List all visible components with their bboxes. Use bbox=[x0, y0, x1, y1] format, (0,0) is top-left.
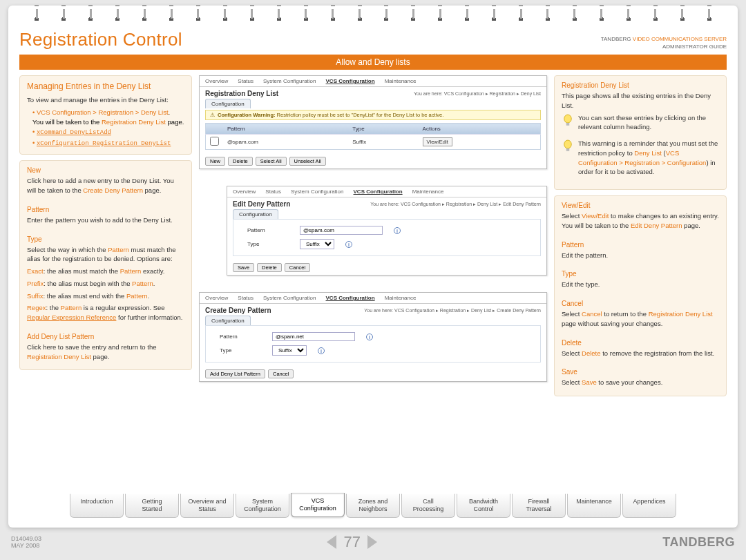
managing-panel: Managing Entries in the Deny List To vie… bbox=[19, 75, 192, 155]
page-title: Registration Control bbox=[19, 29, 182, 50]
view-edit-link[interactable]: View/Edit bbox=[423, 137, 452, 146]
create-type-select[interactable]: Suffix bbox=[272, 345, 307, 356]
delete-button[interactable]: Delete bbox=[257, 263, 282, 272]
bottom-tab[interactable]: Appendices bbox=[622, 494, 676, 518]
nav-path-deny-list[interactable]: VCS Configuration > Registration > Deny … bbox=[37, 108, 169, 116]
warning-icon: ⚠ bbox=[210, 112, 215, 118]
bottom-tab[interactable]: GettingStarted bbox=[125, 494, 179, 518]
svg-rect-1 bbox=[566, 123, 570, 126]
bottom-tab[interactable]: BandwidthControl bbox=[457, 494, 510, 518]
lightbulb-icon bbox=[562, 139, 574, 154]
table-row: @spam.com Suffix View/Edit bbox=[206, 135, 541, 150]
section-subtitle: Allow and Deny lists bbox=[19, 55, 727, 70]
link-xconfiguration[interactable]: xConfiguration Registration DenyList bbox=[37, 140, 171, 147]
svg-point-0 bbox=[564, 115, 572, 123]
bottom-tab[interactable]: SystemConfiguration bbox=[236, 494, 289, 518]
edit-type-select[interactable]: Suffix bbox=[300, 239, 334, 249]
col-actions[interactable]: Actions bbox=[419, 124, 541, 135]
create-pattern-input[interactable] bbox=[272, 332, 355, 341]
page-number-nav: 77 bbox=[327, 533, 376, 551]
lightbulb-icon bbox=[562, 113, 574, 128]
cancel-button[interactable]: Cancel bbox=[268, 369, 294, 378]
bottom-tab[interactable]: VCSConfiguration bbox=[291, 493, 345, 517]
svg-rect-3 bbox=[566, 148, 570, 151]
col-pattern[interactable]: Pattern bbox=[223, 124, 348, 135]
screenshot-edit-deny-pattern: OverviewStatusSystem Configuration VCS C… bbox=[227, 186, 547, 276]
brand-block: TANDBERG VIDEO COMMUNICATIONS SERVER ADM… bbox=[601, 35, 727, 50]
tab-configuration[interactable]: Configuration bbox=[205, 99, 251, 108]
row-checkbox[interactable] bbox=[210, 137, 219, 146]
cancel-button[interactable]: Cancel bbox=[285, 263, 310, 272]
info-icon[interactable]: i bbox=[394, 227, 401, 234]
delete-button[interactable]: Delete bbox=[228, 157, 253, 166]
screenshot-registration-deny-list: OverviewStatusSystem Configuration VCS C… bbox=[199, 75, 547, 169]
info-icon[interactable]: i bbox=[366, 334, 373, 340]
managing-heading: Managing Entries in the Deny List bbox=[27, 81, 184, 91]
bottom-tab[interactable]: Maintenance bbox=[567, 494, 621, 518]
bottom-tab[interactable]: Zones andNeighbors bbox=[346, 494, 400, 518]
link-xcommand[interactable]: xCommand DenyListAdd bbox=[37, 129, 111, 136]
arrow-next-icon[interactable] bbox=[367, 535, 377, 549]
edit-pattern-input[interactable] bbox=[300, 226, 383, 235]
arrow-prev-icon[interactable] bbox=[327, 535, 336, 549]
unselect-all-button[interactable]: Unselect All bbox=[289, 157, 326, 166]
add-deny-pattern-button[interactable]: Add Deny List Pattern bbox=[205, 369, 265, 378]
right-bottom-panel: View/Edit Select View/Edit to make chang… bbox=[554, 195, 727, 396]
bottom-tab[interactable]: Overview andStatus bbox=[180, 494, 234, 518]
bottom-tab[interactable]: Introduction bbox=[70, 494, 124, 518]
bottom-tab[interactable]: FirewallTraversal bbox=[512, 494, 566, 518]
warning-bar: ⚠ Configuration Warning: Restriction pol… bbox=[205, 110, 541, 120]
save-button[interactable]: Save bbox=[233, 263, 254, 272]
tandberg-logo: TANDBERG bbox=[662, 535, 735, 550]
new-panel: New Click here to add a new entry to the… bbox=[19, 160, 192, 370]
info-icon[interactable]: i bbox=[345, 241, 352, 248]
bottom-nav-tabs: IntroductionGettingStartedOverview andSt… bbox=[19, 494, 727, 518]
info-icon[interactable]: i bbox=[318, 347, 325, 354]
svg-point-2 bbox=[564, 140, 572, 148]
page-number: 77 bbox=[343, 533, 360, 551]
right-top-panel: Registration Deny List This page shows a… bbox=[554, 75, 727, 190]
new-button[interactable]: New bbox=[205, 157, 225, 166]
spiral-binding bbox=[8, 6, 738, 21]
doc-reference: D14049.03MAY 2008 bbox=[11, 535, 41, 549]
screenshot-create-deny-pattern: OverviewStatusSystem Configuration VCS C… bbox=[199, 292, 547, 382]
link-regex-reference[interactable]: Regular Expression Reference bbox=[27, 313, 116, 321]
select-all-button[interactable]: Select All bbox=[256, 157, 287, 166]
bottom-tab[interactable]: CallProcessing bbox=[401, 494, 455, 518]
col-type[interactable]: Type bbox=[348, 124, 418, 135]
